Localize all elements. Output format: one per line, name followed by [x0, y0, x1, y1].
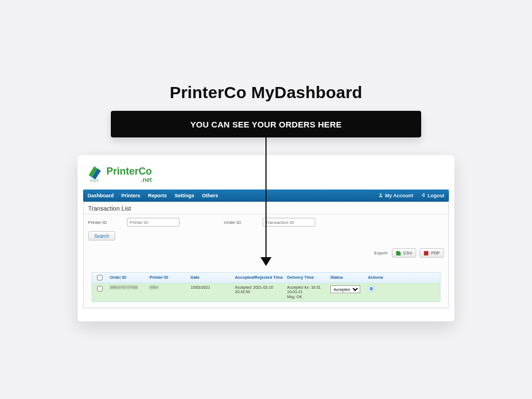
export-pdf-label: PDF: [431, 250, 440, 255]
logout-label: Logout: [428, 193, 445, 198]
svg-rect-3: [370, 287, 372, 288]
logo-mark-icon: [86, 165, 103, 184]
th-printer-id[interactable]: Printer ID: [147, 273, 188, 283]
cell-order-id: 3601678737036: [108, 283, 147, 301]
logo-brand-a: Printer: [106, 166, 139, 177]
orders-banner: YOU CAN SEE YOUR ORDERS HERE: [111, 111, 421, 137]
cell-accepted-rejected-time: Accepted: 2021-03-10 20:43:56: [233, 283, 285, 301]
order-id-label: Order ID: [224, 220, 257, 225]
arrow-line: [265, 137, 267, 258]
svg-rect-2: [424, 251, 428, 255]
my-account-link[interactable]: My Account: [378, 193, 413, 198]
pdf-icon: [423, 250, 429, 256]
logo-sub: .net: [141, 177, 152, 183]
export-pdf-button[interactable]: PDF: [420, 248, 444, 258]
row-action-button[interactable]: [368, 285, 375, 292]
th-delivery-time[interactable]: Delivery Time: [285, 273, 328, 283]
transactions-table: Order ID Printer ID Date Accepted/Reject…: [91, 272, 441, 302]
cell-delivery-bot: Msg: OK: [287, 295, 326, 299]
menu-printers[interactable]: Printers: [121, 193, 140, 198]
cell-delivery-top: Accepted for: 16:31 10-03-21: [287, 285, 326, 295]
th-accepted-rejected-time[interactable]: Accepted/Rejected Time: [233, 273, 285, 283]
table-header-row: Order ID Printer ID Date Accepted/Reject…: [92, 273, 440, 283]
logo-brand-b: Co: [139, 166, 152, 177]
cell-date: 10/03/2021: [188, 283, 233, 301]
printer-id-input[interactable]: [127, 218, 180, 227]
csv-icon: [396, 250, 401, 256]
logo-text: PrinterCo .net: [106, 166, 152, 183]
cell-printer-id: 0054: [147, 283, 188, 301]
order-id-input[interactable]: [263, 218, 315, 227]
th-date[interactable]: Date: [188, 273, 233, 283]
menu-dashboard[interactable]: Dashboard: [88, 193, 114, 198]
menu-reports[interactable]: Reports: [148, 193, 167, 198]
status-select[interactable]: Accepted Rejected: [330, 285, 360, 293]
th-status[interactable]: Status: [328, 273, 366, 283]
th-actions: Actions: [366, 273, 396, 283]
svg-rect-5: [370, 289, 372, 290]
cell-actions: [366, 283, 396, 301]
menu-settings[interactable]: Settings: [175, 193, 195, 198]
cell-status: Accepted Rejected: [328, 283, 366, 301]
export-csv-label: CSV: [403, 250, 412, 255]
cell-delivery-time: Accepted for: 16:31 10-03-21 Msg: OK: [285, 283, 328, 301]
svg-rect-4: [370, 288, 372, 289]
menu-others[interactable]: Others: [202, 193, 218, 198]
export-label: Export:: [374, 250, 388, 255]
logout-icon: [421, 193, 426, 198]
table-row: 3601678737036 0054 10/03/2021 Accepted: …: [92, 283, 440, 301]
my-account-label: My Account: [385, 193, 413, 198]
user-icon: [378, 193, 383, 198]
arrow-head-icon: [260, 257, 272, 266]
search-button[interactable]: Search: [88, 231, 115, 241]
svg-point-0: [89, 179, 99, 182]
printer-id-label: Printer ID: [88, 220, 121, 225]
svg-point-1: [380, 193, 381, 195]
th-order-id[interactable]: Order ID: [108, 273, 147, 283]
logout-link[interactable]: Logout: [421, 193, 445, 198]
export-csv-button[interactable]: CSV: [392, 248, 416, 258]
row-checkbox[interactable]: [97, 286, 103, 291]
select-all-checkbox[interactable]: [97, 275, 103, 280]
page-headline: PrinterCo MyDashboard: [0, 83, 532, 102]
